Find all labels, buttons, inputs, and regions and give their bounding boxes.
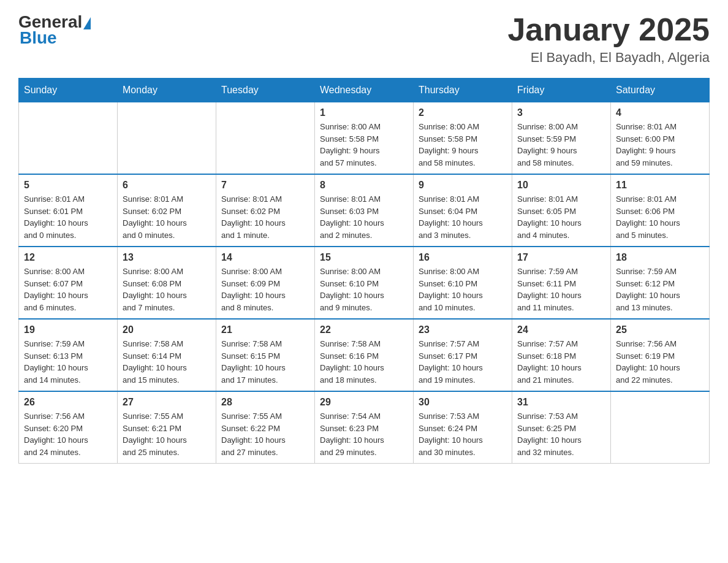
day-info: Sunrise: 8:00 AMSunset: 6:08 PMDaylight:… (123, 266, 211, 313)
day-info: Sunrise: 8:00 AMSunset: 5:58 PMDaylight:… (419, 121, 507, 169)
day-info: Sunrise: 7:59 AMSunset: 6:12 PMDaylight:… (616, 266, 704, 313)
day-info: Sunrise: 8:00 AMSunset: 6:07 PMDaylight:… (24, 266, 112, 313)
day-number: 9 (419, 180, 507, 191)
day-number: 1 (320, 107, 408, 118)
day-info: Sunrise: 8:00 AMSunset: 5:58 PMDaylight:… (320, 121, 408, 169)
day-info: Sunrise: 7:56 AMSunset: 6:20 PMDaylight:… (24, 410, 112, 458)
day-info: Sunrise: 8:01 AMSunset: 6:01 PMDaylight:… (24, 193, 112, 241)
calendar-cell: 12Sunrise: 8:00 AMSunset: 6:07 PMDayligh… (19, 247, 118, 319)
calendar-cell: 21Sunrise: 7:58 AMSunset: 6:15 PMDayligh… (216, 319, 315, 391)
calendar-cell: 10Sunrise: 8:01 AMSunset: 6:05 PMDayligh… (512, 174, 611, 247)
day-info: Sunrise: 7:58 AMSunset: 6:16 PMDaylight:… (320, 338, 408, 386)
calendar-cell: 27Sunrise: 7:55 AMSunset: 6:21 PMDayligh… (118, 391, 216, 464)
calendar-week-row: 12Sunrise: 8:00 AMSunset: 6:07 PMDayligh… (19, 247, 710, 319)
header-sunday: Sunday (19, 79, 118, 102)
logo-blue-text: Blue (20, 28, 57, 48)
day-number: 17 (517, 252, 605, 263)
calendar-cell: 11Sunrise: 8:01 AMSunset: 6:06 PMDayligh… (611, 174, 710, 247)
calendar-cell: 4Sunrise: 8:01 AMSunset: 6:00 PMDaylight… (611, 102, 710, 175)
day-number: 7 (221, 180, 309, 191)
day-info: Sunrise: 8:00 AMSunset: 5:59 PMDaylight:… (517, 121, 605, 169)
page-header: General Blue January 2025 El Bayadh, El … (18, 12, 710, 66)
page-title: January 2025 (507, 12, 710, 47)
calendar-cell (118, 102, 216, 175)
day-number: 20 (123, 324, 211, 335)
header-monday: Monday (118, 79, 216, 102)
calendar-cell: 16Sunrise: 8:00 AMSunset: 6:10 PMDayligh… (414, 247, 512, 319)
day-number: 25 (616, 324, 704, 335)
day-info: Sunrise: 7:56 AMSunset: 6:19 PMDaylight:… (616, 338, 704, 386)
day-number: 31 (517, 397, 605, 408)
day-number: 26 (24, 397, 112, 408)
header-wednesday: Wednesday (315, 79, 414, 102)
day-number: 12 (24, 252, 112, 263)
calendar-cell: 8Sunrise: 8:01 AMSunset: 6:03 PMDaylight… (315, 174, 414, 247)
day-info: Sunrise: 8:01 AMSunset: 6:02 PMDaylight:… (221, 193, 309, 241)
calendar-cell: 25Sunrise: 7:56 AMSunset: 6:19 PMDayligh… (611, 319, 710, 391)
calendar-cell: 7Sunrise: 8:01 AMSunset: 6:02 PMDaylight… (216, 174, 315, 247)
day-number: 19 (24, 324, 112, 335)
calendar-cell (19, 102, 118, 175)
calendar-cell: 18Sunrise: 7:59 AMSunset: 6:12 PMDayligh… (611, 247, 710, 319)
calendar-cell: 5Sunrise: 8:01 AMSunset: 6:01 PMDaylight… (19, 174, 118, 247)
calendar-cell: 23Sunrise: 7:57 AMSunset: 6:17 PMDayligh… (414, 319, 512, 391)
header-thursday: Thursday (414, 79, 512, 102)
day-number: 13 (123, 252, 211, 263)
day-info: Sunrise: 8:01 AMSunset: 6:02 PMDaylight:… (123, 193, 211, 241)
day-info: Sunrise: 7:53 AMSunset: 6:25 PMDaylight:… (517, 410, 605, 458)
day-info: Sunrise: 7:55 AMSunset: 6:21 PMDaylight:… (123, 410, 211, 458)
calendar-cell: 15Sunrise: 8:00 AMSunset: 6:10 PMDayligh… (315, 247, 414, 319)
day-number: 10 (517, 180, 605, 191)
day-number: 21 (221, 324, 309, 335)
day-number: 27 (123, 397, 211, 408)
day-info: Sunrise: 7:58 AMSunset: 6:15 PMDaylight:… (221, 338, 309, 386)
day-number: 8 (320, 180, 408, 191)
calendar-cell: 26Sunrise: 7:56 AMSunset: 6:20 PMDayligh… (19, 391, 118, 464)
calendar-week-row: 19Sunrise: 7:59 AMSunset: 6:13 PMDayligh… (19, 319, 710, 391)
calendar-week-row: 5Sunrise: 8:01 AMSunset: 6:01 PMDaylight… (19, 174, 710, 247)
day-info: Sunrise: 7:58 AMSunset: 6:14 PMDaylight:… (123, 338, 211, 386)
calendar-cell: 30Sunrise: 7:53 AMSunset: 6:24 PMDayligh… (414, 391, 512, 464)
day-number: 14 (221, 252, 309, 263)
day-number: 23 (419, 324, 507, 335)
day-number: 3 (517, 107, 605, 118)
calendar-cell: 22Sunrise: 7:58 AMSunset: 6:16 PMDayligh… (315, 319, 414, 391)
calendar-cell: 13Sunrise: 8:00 AMSunset: 6:08 PMDayligh… (118, 247, 216, 319)
calendar-cell (216, 102, 315, 175)
day-number: 16 (419, 252, 507, 263)
day-number: 5 (24, 180, 112, 191)
calendar-cell (611, 391, 710, 464)
calendar-cell: 6Sunrise: 8:01 AMSunset: 6:02 PMDaylight… (118, 174, 216, 247)
calendar-cell: 19Sunrise: 7:59 AMSunset: 6:13 PMDayligh… (19, 319, 118, 391)
day-number: 15 (320, 252, 408, 263)
day-info: Sunrise: 8:01 AMSunset: 6:03 PMDaylight:… (320, 193, 408, 241)
calendar-cell: 24Sunrise: 7:57 AMSunset: 6:18 PMDayligh… (512, 319, 611, 391)
day-number: 18 (616, 252, 704, 263)
day-number: 6 (123, 180, 211, 191)
day-info: Sunrise: 7:59 AMSunset: 6:13 PMDaylight:… (24, 338, 112, 386)
calendar-cell: 9Sunrise: 8:01 AMSunset: 6:04 PMDaylight… (414, 174, 512, 247)
day-info: Sunrise: 8:00 AMSunset: 6:09 PMDaylight:… (221, 266, 309, 313)
logo-triangle-icon (83, 17, 91, 29)
calendar-week-row: 26Sunrise: 7:56 AMSunset: 6:20 PMDayligh… (19, 391, 710, 464)
day-info: Sunrise: 8:00 AMSunset: 6:10 PMDaylight:… (320, 266, 408, 313)
logo: General Blue (18, 12, 91, 48)
calendar-table: Sunday Monday Tuesday Wednesday Thursday… (18, 78, 710, 464)
header-tuesday: Tuesday (216, 79, 315, 102)
day-info: Sunrise: 7:57 AMSunset: 6:18 PMDaylight:… (517, 338, 605, 386)
day-number: 22 (320, 324, 408, 335)
calendar-body: 1Sunrise: 8:00 AMSunset: 5:58 PMDaylight… (19, 102, 710, 464)
days-of-week-row: Sunday Monday Tuesday Wednesday Thursday… (19, 79, 710, 102)
calendar-cell: 2Sunrise: 8:00 AMSunset: 5:58 PMDaylight… (414, 102, 512, 175)
day-number: 30 (419, 397, 507, 408)
calendar-header: Sunday Monday Tuesday Wednesday Thursday… (19, 79, 710, 102)
day-info: Sunrise: 7:57 AMSunset: 6:17 PMDaylight:… (419, 338, 507, 386)
day-number: 24 (517, 324, 605, 335)
calendar-cell: 3Sunrise: 8:00 AMSunset: 5:59 PMDaylight… (512, 102, 611, 175)
day-info: Sunrise: 8:01 AMSunset: 6:00 PMDaylight:… (616, 121, 704, 169)
page-subtitle: El Bayadh, El Bayadh, Algeria (507, 50, 710, 66)
day-info: Sunrise: 8:00 AMSunset: 6:10 PMDaylight:… (419, 266, 507, 313)
header-friday: Friday (512, 79, 611, 102)
day-info: Sunrise: 7:59 AMSunset: 6:11 PMDaylight:… (517, 266, 605, 313)
calendar-cell: 29Sunrise: 7:54 AMSunset: 6:23 PMDayligh… (315, 391, 414, 464)
